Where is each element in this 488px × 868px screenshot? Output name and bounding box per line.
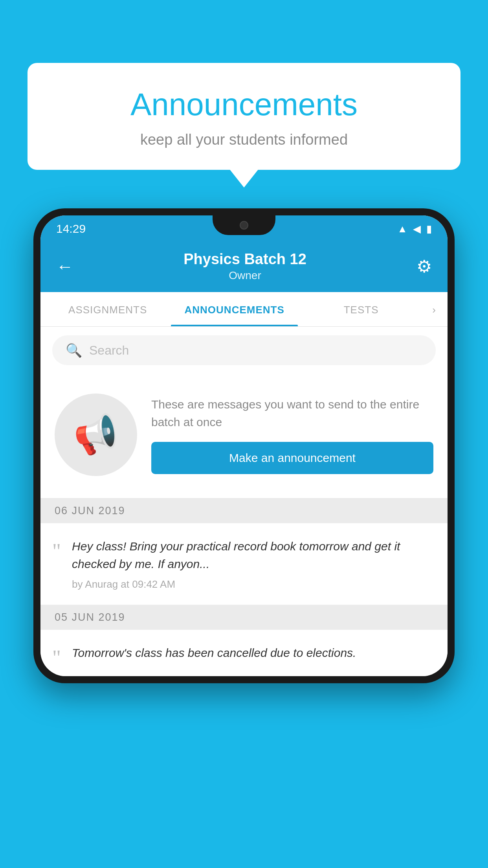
batch-title: Physics Batch 12 [183,251,306,268]
speech-bubble-card: Announcements keep all your students inf… [28,63,460,170]
tabs-bar: ASSIGNMENTS ANNOUNCEMENTS TESTS › [40,292,448,327]
search-bar[interactable]: 🔍 Search [52,335,436,365]
promo-section: 📢 These are messages you want to send to… [40,374,448,498]
announcement-text-1: Hey class! Bring your practical record b… [72,537,433,573]
announcement-meta-1: by Anurag at 09:42 AM [72,578,433,590]
phone-body: 14:29 ▲ ◀ ▮ ← Physics Batch 12 Owner ⚙ [33,208,455,683]
search-icon: 🔍 [66,342,82,358]
date-divider-2: 05 JUN 2019 [40,605,448,630]
make-announcement-button[interactable]: Make an announcement [151,442,433,474]
search-container: 🔍 Search [40,327,448,374]
batch-role: Owner [183,269,306,282]
status-icons: ▲ ◀ ▮ [397,223,432,235]
back-button[interactable]: ← [56,258,73,275]
front-camera [240,221,248,230]
wifi-icon: ▲ [397,223,407,235]
date-label-1: 06 JUN 2019 [55,505,125,517]
quote-icon-1: " [52,537,61,562]
promo-description: These are messages you want to send to t… [151,395,433,431]
settings-button[interactable]: ⚙ [416,256,432,276]
speech-bubble-section: Announcements keep all your students inf… [28,63,460,170]
app-header: ← Physics Batch 12 Owner ⚙ [40,242,448,292]
announcement-content-1: Hey class! Bring your practical record b… [72,537,433,590]
megaphone-circle: 📢 [55,394,137,476]
announcement-content-2: Tomorrow's class has been cancelled due … [72,644,433,667]
battery-icon: ▮ [426,223,432,235]
announcement-item-1[interactable]: " Hey class! Bring your practical record… [40,523,448,605]
bubble-subtitle: keep all your students informed [59,131,429,148]
phone-mockup: 14:29 ▲ ◀ ▮ ← Physics Batch 12 Owner ⚙ [33,208,455,683]
bubble-title: Announcements [59,86,429,123]
search-placeholder: Search [89,343,129,358]
megaphone-icon: 📢 [71,411,121,459]
date-label-2: 05 JUN 2019 [55,611,125,623]
status-bar: 14:29 ▲ ◀ ▮ [40,215,448,242]
tab-more[interactable]: › [424,292,444,326]
phone-notch [213,215,275,235]
announcement-item-2[interactable]: " Tomorrow's class has been cancelled du… [40,630,448,676]
phone-screen: 14:29 ▲ ◀ ▮ ← Physics Batch 12 Owner ⚙ [40,215,448,676]
tab-assignments[interactable]: ASSIGNMENTS [44,292,171,326]
tab-announcements[interactable]: ANNOUNCEMENTS [171,292,297,326]
tab-tests[interactable]: TESTS [298,292,424,326]
quote-icon-2: " [52,644,61,668]
status-time: 14:29 [56,222,86,235]
signal-icon: ◀ [413,223,421,235]
promo-content: These are messages you want to send to t… [151,395,433,474]
date-divider-1: 06 JUN 2019 [40,498,448,523]
announcement-text-2: Tomorrow's class has been cancelled due … [72,644,433,662]
header-title-group: Physics Batch 12 Owner [183,251,306,282]
